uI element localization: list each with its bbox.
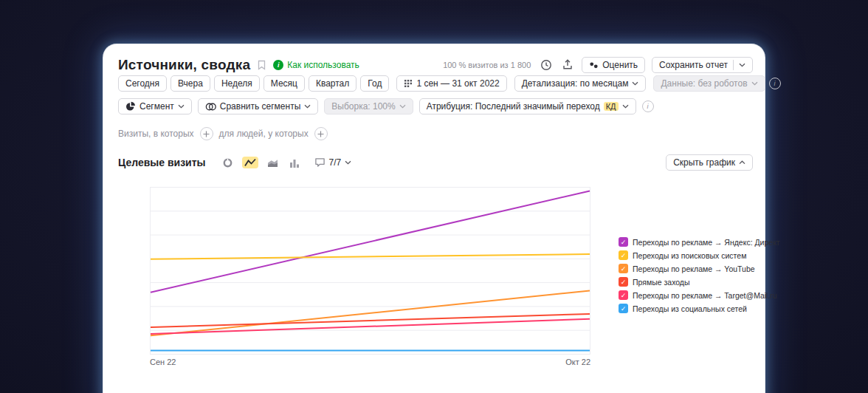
period-year-button[interactable]: Год [360,75,389,92]
condition-row: Визиты, в которых для людей, у которых [118,127,753,140]
chart-type-area-button[interactable] [265,157,280,169]
report-card: Источники, сводка i Как использовать 100… [103,44,765,393]
segment-label: Сегмент [140,101,174,112]
goals-dropdown[interactable]: 7/7 [314,157,352,168]
legend-item-youtube[interactable]: ✓ Переходы по рекламе → YouTube [619,264,780,273]
people-condition-label: для людей, у которых [219,129,309,139]
plus-icon [203,131,210,137]
chevron-down-icon [399,104,406,109]
hide-chart-button[interactable]: Скрыть график [666,154,753,171]
legend-checkbox[interactable]: ✓ [619,250,628,260]
history-button[interactable] [539,58,554,72]
legend-item-search[interactable]: ✓ Переходы из поисковых систем [619,250,780,260]
legend-checkbox[interactable]: ✓ [619,277,628,287]
attribution-label: Атрибуция: Последний значимый переход [427,101,600,112]
header-actions: 100 % визитов из 1 800 Оценить Сохранить… [443,57,753,73]
chevron-down-icon [304,104,311,109]
hide-chart-label: Скрыть график [673,157,735,168]
goals-count-label: 7/7 [329,157,342,168]
date-range-label: 1 сен — 31 окт 2022 [416,78,499,89]
x-axis: Сен 22 Окт 22 [150,358,590,366]
segment-toolbar: Сегмент Сравнить сегменты Выборка: 100% … [118,98,753,115]
info-icon[interactable]: i [769,78,781,89]
attribution-badge: КД [604,102,619,111]
legend-checkbox[interactable]: ✓ [619,304,628,313]
compare-segments-label: Сравнить сегменты [220,101,301,112]
compare-segments-icon [205,102,216,112]
x-tick-start: Сен 22 [150,358,176,366]
visits-condition-label: Визиты, в которых [118,129,194,139]
chevron-up-icon [739,160,745,165]
legend-label: Переходы по рекламе → Яндекс: Директ [633,238,780,247]
donut-chart-icon [222,157,233,168]
add-people-condition-button[interactable] [314,127,328,140]
segment-dropdown[interactable]: Сегмент [118,98,192,115]
chevron-down-icon [622,104,629,109]
legend-item-social[interactable]: ✓ Переходы из социальных сетей [619,304,780,313]
chart-section-header: Целевые визиты 7/7 Скрыть график [118,154,753,171]
save-report-label: Сохранить отчет [659,60,728,70]
info-green-icon: i [273,60,283,70]
rate-button[interactable]: Оценить [582,57,645,73]
upload-icon [562,59,574,71]
export-button[interactable] [560,58,575,72]
period-week-button[interactable]: Неделя [214,75,260,92]
chevron-down-icon [739,63,745,67]
rate-icon [589,61,599,69]
legend-item-direct-visits[interactable]: ✓ Прямые заходы [619,277,780,287]
period-toolbar: Сегодня Вчера Неделя Месяц Квартал Год 1… [118,75,753,92]
divider [733,60,734,70]
line-chart-icon [244,158,256,167]
detalization-dropdown[interactable]: Детализация: по месяцам [514,75,647,92]
visits-info: 100 % визитов из 1 800 [443,61,531,69]
legend-label: Переходы по рекламе → Target@Mail.ru [633,291,777,300]
legend-checkbox[interactable]: ✓ [619,237,628,247]
data-robots-dropdown[interactable]: Данные: без роботов [653,75,765,92]
chevron-down-icon [751,81,758,86]
bookmark-icon[interactable] [256,58,267,72]
clock-icon [540,59,552,71]
chevron-down-icon [345,160,351,165]
chevron-down-icon [632,81,638,86]
period-yesterday-button[interactable]: Вчера [170,75,210,92]
legend-checkbox[interactable]: ✓ [619,264,628,273]
chart-type-line-button[interactable] [242,157,258,168]
page-title: Источники, сводка [118,57,250,73]
line-chart[interactable] [150,187,590,355]
legend-item-yandex-direct[interactable]: ✓ Переходы по рекламе → Яндекс: Директ [619,237,780,247]
sample-label: Выборка: 100% [331,101,395,112]
legend-label: Переходы из поисковых систем [633,251,746,260]
data-robots-label: Данные: без роботов [661,78,747,89]
save-report-button[interactable]: Сохранить отчет [652,57,753,73]
legend-label: Переходы по рекламе → YouTube [633,264,755,273]
detalization-label: Детализация: по месяцам [522,78,629,89]
sample-dropdown[interactable]: Выборка: 100% [324,98,413,115]
compare-segments-dropdown[interactable]: Сравнить сегменты [198,98,319,115]
chart-type-bars-button[interactable] [287,157,302,169]
how-to-use-link[interactable]: i Как использовать [273,60,359,70]
period-month-button[interactable]: Месяц [264,75,305,92]
calendar-icon [404,79,413,88]
pie-icon [125,101,136,112]
legend-label: Прямые заходы [633,278,690,287]
add-visit-condition-button[interactable] [200,127,213,140]
date-range-button[interactable]: 1 сен — 31 окт 2022 [396,75,506,92]
legend-label: Переходы из социальных сетей [633,304,747,313]
period-quarter-button[interactable]: Квартал [309,75,356,92]
header: Источники, сводка i Как использовать 100… [118,55,753,75]
plus-icon [317,131,324,137]
chart-legend: ✓ Переходы по рекламе → Яндекс: Директ ✓… [619,237,780,313]
chevron-down-icon [178,104,185,109]
bar-chart-icon [289,158,300,168]
section-title: Целевые визиты [118,157,206,168]
rate-label: Оценить [602,60,638,70]
period-today-button[interactable]: Сегодня [118,75,167,92]
area-chart-icon [267,158,278,168]
info-icon[interactable]: i [642,100,654,112]
speech-bubble-icon [314,157,326,168]
legend-checkbox[interactable]: ✓ [619,290,628,300]
legend-item-target-mail[interactable]: ✓ Переходы по рекламе → Target@Mail.ru [619,290,780,300]
attribution-dropdown[interactable]: Атрибуция: Последний значимый переход КД [419,98,636,115]
how-to-use-label: Как использовать [287,60,359,70]
chart-type-pie-button[interactable] [220,156,235,170]
